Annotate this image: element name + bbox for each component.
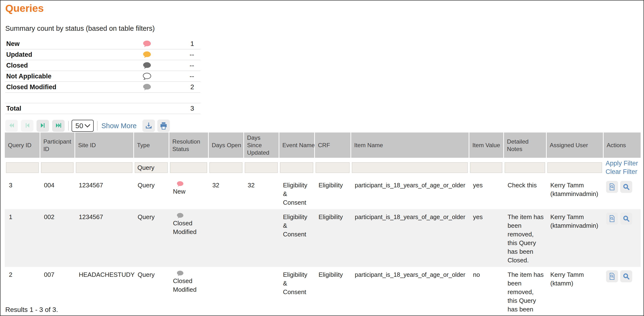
summary-total-row: Total 3	[5, 103, 200, 114]
summary-status-label: Closed Modified	[5, 84, 129, 91]
clear-filter-link[interactable]: Clear Filter	[606, 168, 640, 176]
previous-page-icon	[24, 122, 30, 129]
cell-days-open: 32	[208, 177, 244, 209]
column-header-days-open[interactable]: Days Open	[208, 133, 244, 158]
cell-crf: Eligibility	[314, 177, 351, 209]
summary-row: Updated--	[5, 49, 200, 60]
view-query-detail-button[interactable]	[606, 181, 618, 193]
filter-detailed-notes-input[interactable]	[505, 162, 545, 173]
previous-page-button[interactable]	[21, 120, 34, 132]
filter-query-id-input[interactable]	[6, 162, 39, 173]
filter-participant-id-input[interactable]	[41, 162, 74, 173]
cell-resolution-status: Closed Modified	[169, 267, 208, 316]
column-header-item-value[interactable]: Item Value	[469, 133, 504, 158]
cell-days-since-updated	[244, 209, 279, 267]
filter-item-name-input[interactable]	[352, 162, 468, 173]
first-page-button[interactable]	[5, 120, 18, 132]
column-header-crf[interactable]: CRF	[314, 133, 351, 158]
status-new-icon	[176, 181, 184, 187]
cell-days-open	[208, 209, 244, 267]
column-header-type[interactable]: Type	[134, 133, 169, 158]
download-icon	[144, 121, 153, 130]
column-header-actions[interactable]: Actions	[603, 133, 641, 158]
column-header-assigned-user[interactable]: Assigned User	[546, 133, 603, 158]
view-query-document-icon	[608, 215, 616, 222]
column-header-event-name[interactable]: Event Name	[279, 133, 314, 158]
view-query-document-icon	[608, 183, 616, 191]
cell-item-name: participant_is_18_years_of_age_or_older	[351, 209, 469, 267]
view-query-detail-button[interactable]	[606, 270, 618, 282]
cell-event-name: Eligibility & Consent	[279, 177, 314, 209]
filter-type-input[interactable]	[135, 162, 168, 173]
column-header-item-name[interactable]: Item Name	[351, 133, 469, 158]
view-within-record-button[interactable]	[620, 213, 632, 225]
summary-status-label: Closed	[5, 62, 129, 69]
next-page-button[interactable]	[36, 120, 49, 132]
summary-status-icon-wrap	[129, 62, 165, 69]
column-header-query-id[interactable]: Query ID	[5, 133, 40, 158]
filter-days-open-input[interactable]	[210, 162, 242, 173]
summary-status-count: 1	[165, 40, 200, 48]
print-button[interactable]	[157, 120, 170, 132]
filter-crf-input[interactable]	[316, 162, 350, 173]
summary-row: Not Applicable--	[5, 71, 200, 82]
table-toolbar: 50 Show More	[5, 119, 170, 132]
view-within-record-button[interactable]	[620, 270, 632, 282]
download-button[interactable]	[142, 120, 155, 132]
filter-event-name-input[interactable]	[280, 162, 313, 173]
cell-item-value: no	[469, 267, 504, 316]
column-header-resolution-status[interactable]: Resolution Status	[169, 133, 208, 158]
summary-count-table: New1Updated--Closed--Not Applicable--Clo…	[5, 39, 200, 114]
filter-site-id-input[interactable]	[76, 162, 132, 173]
cell-days-since-updated	[244, 267, 279, 316]
summary-total-count: 3	[165, 105, 200, 112]
summary-status-count: --	[165, 72, 200, 80]
cell-crf: Eligibility	[314, 267, 351, 316]
filter-days-since-updated-input[interactable]	[245, 162, 278, 173]
column-header-days-since-updated[interactable]: Days Since Updated	[244, 133, 279, 158]
summary-row: Closed--	[5, 60, 200, 71]
status-updated-icon	[143, 51, 151, 58]
filter-resolution-status-input[interactable]	[170, 162, 207, 173]
cell-detailed-notes: Check this	[504, 177, 546, 209]
print-icon	[159, 121, 168, 130]
cell-query-id: 3	[5, 177, 40, 209]
summary-status-label: New	[5, 40, 129, 48]
summary-spacer-row	[5, 93, 200, 103]
first-page-icon	[8, 122, 15, 129]
view-query-detail-button[interactable]	[606, 213, 618, 225]
cell-type: Query	[134, 267, 169, 316]
cell-type: Query	[134, 177, 169, 209]
cell-actions	[603, 209, 641, 267]
cell-item-name: participant_is_18_years_of_age_or_older	[351, 177, 469, 209]
page-size-select[interactable]: 50	[72, 120, 94, 132]
apply-filter-link[interactable]: Apply Filter	[606, 159, 640, 168]
summary-status-icon-wrap	[129, 73, 165, 80]
filter-assigned-user-input[interactable]	[548, 162, 602, 173]
view-within-record-button[interactable]	[620, 181, 632, 193]
cell-assigned-user: Kerry Tamm (ktamminvadmin)	[546, 177, 603, 209]
column-header-site-id[interactable]: Site ID	[75, 133, 134, 158]
last-page-button[interactable]	[52, 120, 64, 132]
column-header-participant-id[interactable]: Participant ID	[40, 133, 75, 158]
table-row: 2007HEADACHESTUDYQueryClosed ModifiedEli…	[5, 267, 641, 316]
summary-status-count: 2	[165, 83, 200, 91]
column-header-detailed-notes[interactable]: Detailed Notes	[504, 133, 546, 158]
next-page-icon	[40, 122, 46, 129]
resolution-status-text: New	[173, 187, 206, 196]
magnifier-icon	[622, 215, 630, 222]
summary-status-label: Not Applicable	[5, 73, 129, 80]
queries-table: Query ID Participant ID Site ID Type Res…	[5, 133, 641, 316]
summary-status-icon-wrap	[129, 51, 165, 58]
summary-row: New1	[5, 39, 200, 49]
cell-site-id: 1234567	[75, 209, 134, 267]
filter-item-value-input[interactable]	[470, 162, 502, 173]
show-more-link[interactable]: Show More	[101, 122, 137, 130]
filter-row: Apply Filter Clear Filter	[5, 158, 641, 177]
summary-status-count: --	[165, 62, 200, 69]
header-row: Query ID Participant ID Site ID Type Res…	[5, 133, 641, 158]
table-row: 30041234567QueryNew3232Eligibility & Con…	[5, 177, 641, 209]
status-closed-modified-icon	[176, 270, 184, 276]
summary-status-label: Updated	[5, 51, 129, 59]
page-title: Queries	[5, 3, 44, 14]
